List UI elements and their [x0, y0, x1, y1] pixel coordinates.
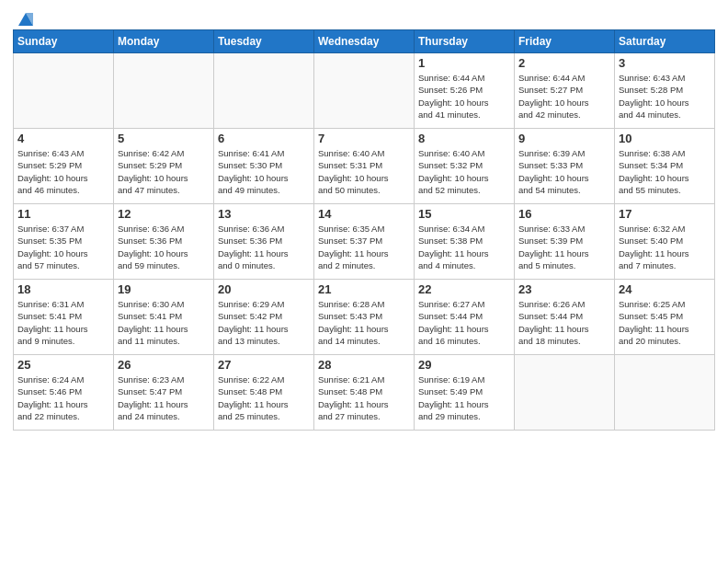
day-number: 28: [318, 358, 410, 372]
calendar-cell: [14, 53, 114, 129]
day-number: 25: [17, 358, 109, 372]
day-info: Sunrise: 6:36 AM Sunset: 5:36 PM Dayligh…: [218, 223, 310, 271]
calendar-cell: 10Sunrise: 6:38 AM Sunset: 5:34 PM Dayli…: [615, 129, 715, 204]
day-info: Sunrise: 6:24 AM Sunset: 5:46 PM Dayligh…: [17, 373, 109, 422]
day-number: 7: [318, 132, 410, 145]
day-info: Sunrise: 6:44 AM Sunset: 5:26 PM Dayligh…: [418, 72, 510, 121]
day-info: Sunrise: 6:41 AM Sunset: 5:30 PM Dayligh…: [218, 147, 310, 196]
calendar-cell: [515, 355, 615, 431]
logo-icon: [15, 9, 37, 31]
day-info: Sunrise: 6:42 AM Sunset: 5:29 PM Dayligh…: [118, 147, 210, 196]
day-number: 19: [118, 282, 210, 296]
calendar-cell: 1Sunrise: 6:44 AM Sunset: 5:26 PM Daylig…: [415, 53, 515, 129]
day-number: 26: [118, 358, 210, 372]
calendar-cell: 29Sunrise: 6:19 AM Sunset: 5:49 PM Dayli…: [415, 355, 515, 431]
day-number: 1: [418, 56, 510, 70]
calendar-header-monday: Monday: [114, 30, 214, 53]
calendar-header-saturday: Saturday: [615, 30, 715, 53]
calendar-header-row: SundayMondayTuesdayWednesdayThursdayFrid…: [14, 30, 715, 53]
calendar-cell: 5Sunrise: 6:42 AM Sunset: 5:29 PM Daylig…: [114, 129, 214, 204]
day-number: 2: [518, 56, 610, 70]
calendar-cell: 16Sunrise: 6:33 AM Sunset: 5:39 PM Dayli…: [515, 204, 615, 280]
calendar-cell: 12Sunrise: 6:36 AM Sunset: 5:36 PM Dayli…: [114, 204, 214, 280]
day-info: Sunrise: 6:33 AM Sunset: 5:39 PM Dayligh…: [518, 223, 610, 271]
calendar-cell: 26Sunrise: 6:23 AM Sunset: 5:47 PM Dayli…: [114, 355, 214, 431]
day-info: Sunrise: 6:23 AM Sunset: 5:47 PM Dayligh…: [118, 373, 210, 422]
calendar-cell: 9Sunrise: 6:39 AM Sunset: 5:33 PM Daylig…: [515, 129, 615, 204]
calendar-week-row: 1Sunrise: 6:44 AM Sunset: 5:26 PM Daylig…: [14, 53, 715, 129]
calendar-cell: 19Sunrise: 6:30 AM Sunset: 5:41 PM Dayli…: [114, 280, 214, 355]
calendar-cell: 14Sunrise: 6:35 AM Sunset: 5:37 PM Dayli…: [314, 204, 415, 280]
day-number: 22: [418, 282, 510, 296]
calendar-cell: 23Sunrise: 6:26 AM Sunset: 5:44 PM Dayli…: [515, 280, 615, 355]
calendar-cell: 27Sunrise: 6:22 AM Sunset: 5:48 PM Dayli…: [214, 355, 314, 431]
calendar-header-wednesday: Wednesday: [314, 30, 415, 53]
day-info: Sunrise: 6:44 AM Sunset: 5:27 PM Dayligh…: [518, 72, 610, 121]
calendar-cell: 7Sunrise: 6:40 AM Sunset: 5:31 PM Daylig…: [314, 129, 415, 204]
calendar-cell: 3Sunrise: 6:43 AM Sunset: 5:28 PM Daylig…: [615, 53, 715, 129]
day-number: 3: [619, 56, 711, 70]
calendar-cell: 22Sunrise: 6:27 AM Sunset: 5:44 PM Dayli…: [415, 280, 515, 355]
calendar-table: SundayMondayTuesdayWednesdayThursdayFrid…: [13, 29, 715, 431]
day-number: 10: [619, 132, 711, 145]
day-number: 20: [218, 282, 310, 296]
day-info: Sunrise: 6:38 AM Sunset: 5:34 PM Dayligh…: [619, 147, 711, 196]
calendar-cell: 24Sunrise: 6:25 AM Sunset: 5:45 PM Dayli…: [615, 280, 715, 355]
day-number: 27: [218, 358, 310, 372]
calendar-cell: 4Sunrise: 6:43 AM Sunset: 5:29 PM Daylig…: [14, 129, 114, 204]
calendar-header-thursday: Thursday: [415, 30, 515, 53]
day-number: 6: [218, 132, 310, 145]
calendar-week-row: 4Sunrise: 6:43 AM Sunset: 5:29 PM Daylig…: [14, 129, 715, 204]
page-container: SundayMondayTuesdayWednesdayThursdayFrid…: [0, 0, 728, 436]
day-info: Sunrise: 6:39 AM Sunset: 5:33 PM Dayligh…: [518, 147, 610, 196]
day-number: 12: [118, 207, 210, 221]
calendar-cell: 17Sunrise: 6:32 AM Sunset: 5:40 PM Dayli…: [615, 204, 715, 280]
day-info: Sunrise: 6:30 AM Sunset: 5:41 PM Dayligh…: [118, 298, 210, 347]
calendar-cell: [314, 53, 415, 129]
calendar-cell: 8Sunrise: 6:40 AM Sunset: 5:32 PM Daylig…: [415, 129, 515, 204]
day-info: Sunrise: 6:31 AM Sunset: 5:41 PM Dayligh…: [17, 298, 109, 347]
day-number: 16: [518, 207, 610, 221]
calendar-cell: 11Sunrise: 6:37 AM Sunset: 5:35 PM Dayli…: [14, 204, 114, 280]
day-info: Sunrise: 6:26 AM Sunset: 5:44 PM Dayligh…: [518, 298, 610, 347]
day-info: Sunrise: 6:34 AM Sunset: 5:38 PM Dayligh…: [418, 223, 510, 271]
day-number: 21: [318, 282, 410, 296]
calendar-cell: 15Sunrise: 6:34 AM Sunset: 5:38 PM Dayli…: [415, 204, 515, 280]
day-number: 9: [518, 132, 610, 145]
calendar-week-row: 18Sunrise: 6:31 AM Sunset: 5:41 PM Dayli…: [14, 280, 715, 355]
day-number: 23: [518, 282, 610, 296]
calendar-header-tuesday: Tuesday: [214, 30, 314, 53]
calendar-week-row: 25Sunrise: 6:24 AM Sunset: 5:46 PM Dayli…: [14, 355, 715, 431]
day-number: 24: [619, 282, 711, 296]
day-info: Sunrise: 6:28 AM Sunset: 5:43 PM Dayligh…: [318, 298, 410, 347]
day-info: Sunrise: 6:25 AM Sunset: 5:45 PM Dayligh…: [619, 298, 711, 347]
day-number: 8: [418, 132, 510, 145]
calendar-cell: [114, 53, 214, 129]
day-info: Sunrise: 6:22 AM Sunset: 5:48 PM Dayligh…: [218, 373, 310, 422]
calendar-cell: 25Sunrise: 6:24 AM Sunset: 5:46 PM Dayli…: [14, 355, 114, 431]
day-info: Sunrise: 6:43 AM Sunset: 5:29 PM Dayligh…: [17, 147, 109, 196]
day-info: Sunrise: 6:43 AM Sunset: 5:28 PM Dayligh…: [619, 72, 711, 121]
calendar-week-row: 11Sunrise: 6:37 AM Sunset: 5:35 PM Dayli…: [14, 204, 715, 280]
calendar-cell: 20Sunrise: 6:29 AM Sunset: 5:42 PM Dayli…: [214, 280, 314, 355]
day-info: Sunrise: 6:35 AM Sunset: 5:37 PM Dayligh…: [318, 223, 410, 271]
page-header: [13, 9, 715, 26]
calendar-cell: [214, 53, 314, 129]
day-info: Sunrise: 6:36 AM Sunset: 5:36 PM Dayligh…: [118, 223, 210, 271]
day-info: Sunrise: 6:21 AM Sunset: 5:48 PM Dayligh…: [318, 373, 410, 422]
day-number: 15: [418, 207, 510, 221]
calendar-header-sunday: Sunday: [14, 30, 114, 53]
day-number: 14: [318, 207, 410, 221]
calendar-cell: 6Sunrise: 6:41 AM Sunset: 5:30 PM Daylig…: [214, 129, 314, 204]
calendar-cell: 18Sunrise: 6:31 AM Sunset: 5:41 PM Dayli…: [14, 280, 114, 355]
calendar-cell: 21Sunrise: 6:28 AM Sunset: 5:43 PM Dayli…: [314, 280, 415, 355]
day-info: Sunrise: 6:29 AM Sunset: 5:42 PM Dayligh…: [218, 298, 310, 347]
calendar-cell: [615, 355, 715, 431]
logo: [13, 9, 37, 26]
day-info: Sunrise: 6:37 AM Sunset: 5:35 PM Dayligh…: [17, 223, 109, 271]
day-number: 18: [17, 282, 109, 296]
day-number: 17: [619, 207, 711, 221]
calendar-cell: 13Sunrise: 6:36 AM Sunset: 5:36 PM Dayli…: [214, 204, 314, 280]
day-info: Sunrise: 6:32 AM Sunset: 5:40 PM Dayligh…: [619, 223, 711, 271]
day-number: 11: [17, 207, 109, 221]
